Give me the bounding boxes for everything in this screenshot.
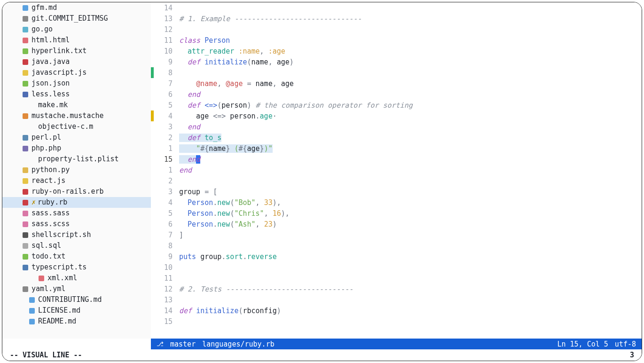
line-number: 15 — [154, 155, 179, 164]
code-content[interactable]: end — [179, 166, 192, 174]
file-item-shellscript-sh[interactable]: shellscript.sh — [2, 229, 151, 240]
file-item-sass-scss[interactable]: sass.scss — [2, 219, 151, 229]
file-item-make-mk[interactable]: make.mk — [2, 100, 151, 110]
file-item-objective-c-m[interactable]: objective-c.m — [2, 121, 151, 132]
code-line[interactable]: 4 Person.new("Bob", 33), — [151, 197, 642, 208]
code-line[interactable]: 9puts group.sort.reverse — [151, 251, 642, 262]
code-line[interactable]: 9 def initialize(name, age) — [151, 56, 642, 67]
code-line[interactable]: 10 — [151, 262, 642, 273]
code-line[interactable]: 10 attr_reader :name, :age — [151, 46, 642, 56]
code-line[interactable]: 2 def to_s — [151, 132, 642, 143]
code-line[interactable]: 11class Person — [151, 35, 642, 46]
file-item-react-js[interactable]: react.js — [2, 175, 151, 186]
code-line[interactable]: 1 "#{name} (#{age})" — [151, 143, 642, 154]
code-line[interactable]: 13 — [151, 294, 642, 305]
code-line[interactable]: 2 — [151, 175, 642, 186]
code-content[interactable]: end — [179, 123, 200, 131]
code-content[interactable]: end — [179, 155, 200, 164]
code-content[interactable]: group = [ — [179, 188, 217, 196]
code-line[interactable]: 7 @name, @age = name, age — [151, 78, 642, 89]
line-number: 15 — [154, 317, 179, 326]
file-item-xml-xml[interactable]: xml.xml — [2, 273, 151, 284]
git-icon — [22, 16, 29, 22]
code-content[interactable]: Person.new("Ash", 23) — [179, 220, 277, 229]
file-item-gfm-md[interactable]: gfm.md — [2, 2, 151, 13]
status-bar: ⎇ master languages/ruby.rb Ln 15, Col 5 … — [151, 339, 642, 349]
code-content[interactable]: @name, @age = name, age — [179, 79, 294, 88]
line-number: 12 — [154, 25, 179, 34]
code-content[interactable]: Person.new("Chris", 16), — [179, 209, 290, 218]
file-item-hyperlink-txt[interactable]: hyperlink.txt — [2, 46, 151, 56]
code-content[interactable]: "#{name} (#{age})" — [179, 144, 273, 153]
file-item-javascript-js[interactable]: javascript.js — [2, 67, 151, 78]
code-line[interactable]: 12 — [151, 24, 642, 35]
code-line[interactable]: 6 Person.new("Ash", 23) — [151, 219, 642, 229]
file-item-php-php[interactable]: php.php — [2, 143, 151, 154]
file-item-java-java[interactable]: java.java — [2, 56, 151, 67]
code-line[interactable]: 14def initialize(rbconfig) — [151, 305, 642, 316]
file-item-license-md[interactable]: LICENSE.md — [2, 305, 151, 316]
code-content[interactable]: def <=>(person) # the comparison operato… — [179, 101, 413, 110]
code-line[interactable]: 11 — [151, 273, 642, 284]
code-content[interactable]: ] — [179, 231, 183, 239]
file-label: react.js — [31, 175, 65, 186]
file-item-less-less[interactable]: less.less — [2, 89, 151, 100]
line-number: 13 — [154, 15, 179, 23]
file-item-yaml-yml[interactable]: yaml.yml — [2, 284, 151, 294]
code-line[interactable]: 15 end — [151, 154, 642, 165]
file-label: php.php — [31, 143, 61, 154]
code-content[interactable]: class Person — [179, 36, 230, 45]
code-content[interactable]: puts group.sort.reverse — [179, 253, 277, 261]
code-content[interactable]: def to_s — [179, 134, 221, 142]
file-item-todo-txt[interactable]: todo.txt — [2, 251, 151, 262]
code-content[interactable]: age <=> person.age· — [179, 112, 277, 120]
file-item-sass-sass[interactable]: sass.sass — [2, 208, 151, 219]
ts-icon — [22, 264, 29, 271]
code-content[interactable]: attr_reader :name, :age — [179, 47, 285, 55]
xml-icon — [38, 275, 45, 282]
code-line[interactable]: 8 — [151, 67, 642, 78]
txt-icon — [22, 253, 29, 260]
code-line[interactable]: 4 age <=> person.age· — [151, 110, 642, 121]
code-content[interactable]: end — [179, 90, 200, 99]
code-content[interactable]: # 1. Example ---------------------------… — [179, 15, 361, 23]
file-path: languages/ruby.rb — [202, 340, 275, 348]
file-label: ruby-on-rails.erb — [31, 186, 104, 197]
file-label: xml.xml — [47, 273, 77, 284]
file-item-ruby-on-rails-erb[interactable]: ruby-on-rails.erb — [2, 186, 151, 197]
code-content[interactable]: def initialize(rbconfig) — [179, 307, 281, 315]
file-item-property-list-plist[interactable]: property-list.plist — [2, 154, 151, 165]
code-content[interactable]: def initialize(name, age) — [179, 58, 294, 66]
file-item-html-html[interactable]: html.html — [2, 35, 151, 46]
code-line[interactable]: 15 — [151, 316, 642, 327]
file-label: sql.sql — [31, 240, 61, 251]
code-line[interactable]: 5 Person.new("Chris", 16), — [151, 208, 642, 219]
code-content[interactable]: # 2. Tests -----------------------------… — [179, 285, 353, 293]
code-line[interactable]: 6 end — [151, 89, 642, 100]
file-item-perl-pl[interactable]: perl.pl — [2, 132, 151, 143]
code-line[interactable]: 13# 1. Example -------------------------… — [151, 13, 642, 24]
file-item-typescript-ts[interactable]: typescript.ts — [2, 262, 151, 273]
file-item-readme-md[interactable]: README.md — [2, 316, 151, 327]
file-item-json-json[interactable]: json.json — [2, 78, 151, 89]
file-item-contributing-md[interactable]: CONTRIBUTING.md — [2, 294, 151, 305]
file-item-ruby-rb[interactable]: ✗ruby.rb — [2, 197, 151, 208]
code-line[interactable]: 8 — [151, 240, 642, 251]
code-line[interactable]: 3group = [ — [151, 186, 642, 197]
file-item-git-commit-editmsg[interactable]: git.COMMIT_EDITMSG — [2, 13, 151, 24]
code-line[interactable]: 7] — [151, 229, 642, 240]
code-line[interactable]: 3 end — [151, 121, 642, 132]
code-line[interactable]: 5 def <=>(person) # the comparison opera… — [151, 100, 642, 110]
line-number: 7 — [154, 79, 179, 88]
file-label: todo.txt — [31, 251, 65, 262]
code-line[interactable]: 14 — [151, 2, 642, 13]
file-explorer[interactable]: gfm.mdgit.COMMIT_EDITMSGgo.gohtml.htmlhy… — [2, 2, 151, 339]
file-item-go-go[interactable]: go.go — [2, 24, 151, 35]
code-line[interactable]: 12# 2. Tests ---------------------------… — [151, 284, 642, 294]
code-content[interactable]: Person.new("Bob", 33), — [179, 198, 281, 207]
file-item-sql-sql[interactable]: sql.sql — [2, 240, 151, 251]
code-line[interactable]: 1end — [151, 165, 642, 175]
code-editor[interactable]: 1413# 1. Example -----------------------… — [151, 2, 642, 339]
file-item-python-py[interactable]: python.py — [2, 165, 151, 175]
file-item-mustache-mustache[interactable]: mustache.mustache — [2, 110, 151, 121]
